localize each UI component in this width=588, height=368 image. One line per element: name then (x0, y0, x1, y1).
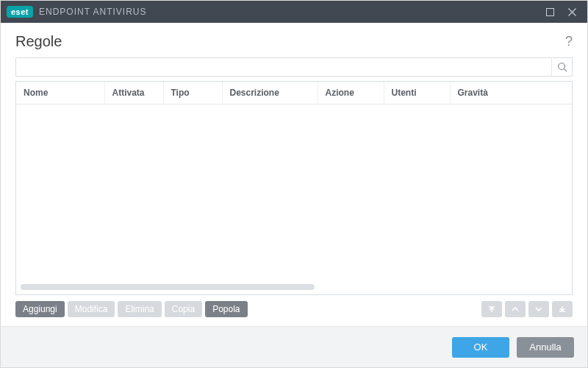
move-up-button (505, 301, 526, 317)
table-header-row: Nome Attivata Tipo Descrizione Azione Ut… (16, 82, 572, 105)
rules-table: Nome Attivata Tipo Descrizione Azione Ut… (15, 81, 573, 295)
chevron-up-icon (511, 305, 520, 314)
copy-button: Copia (165, 301, 202, 317)
delete-button: Elimina (118, 301, 161, 317)
chevron-down-icon (534, 305, 543, 314)
search-row (15, 57, 573, 77)
move-down-button (528, 301, 549, 317)
dialog-footer: OK Annulla (1, 326, 587, 367)
ok-button[interactable]: OK (452, 337, 509, 358)
window-close-button[interactable] (561, 1, 583, 23)
page-title: Regole (15, 33, 62, 50)
col-type[interactable]: Tipo (163, 82, 222, 105)
svg-line-2 (564, 69, 567, 72)
col-severity[interactable]: Gravità (450, 82, 572, 105)
move-bottom-button (552, 301, 573, 317)
move-bottom-icon (558, 305, 567, 314)
move-top-icon (487, 305, 496, 314)
window-maximize-button[interactable] (539, 1, 561, 23)
maximize-icon (546, 8, 554, 16)
close-icon (568, 8, 576, 16)
col-enabled[interactable]: Attivata (104, 82, 163, 105)
col-action[interactable]: Azione (318, 82, 384, 105)
titlebar: eset ENDPOINT ANTIVIRUS (1, 1, 587, 23)
svg-rect-0 (546, 8, 553, 15)
help-button[interactable]: ? (565, 34, 573, 49)
search-input[interactable] (16, 58, 551, 76)
rules-action-bar: Aggiungi Modifica Elimina Copia Popola (15, 301, 573, 317)
cancel-button[interactable]: Annulla (517, 337, 574, 358)
col-name[interactable]: Nome (16, 82, 104, 105)
move-top-button (481, 301, 502, 317)
product-name: ENDPOINT ANTIVIRUS (39, 7, 146, 17)
content-area: Nome Attivata Tipo Descrizione Azione Ut… (1, 57, 587, 326)
table-body[interactable] (16, 105, 572, 294)
horizontal-scrollbar[interactable] (21, 284, 315, 290)
add-button[interactable]: Aggiungi (15, 301, 65, 317)
page-header: Regole ? (1, 23, 587, 57)
col-description[interactable]: Descrizione (222, 82, 318, 105)
populate-button[interactable]: Popola (205, 301, 247, 317)
search-icon (557, 62, 567, 72)
col-users[interactable]: Utenti (384, 82, 450, 105)
brand-badge: eset (7, 6, 33, 18)
app-window: eset ENDPOINT ANTIVIRUS Regole ? (0, 0, 588, 368)
svg-point-1 (558, 63, 564, 70)
search-button[interactable] (551, 58, 572, 76)
order-buttons (481, 301, 573, 317)
edit-button: Modifica (68, 301, 115, 317)
